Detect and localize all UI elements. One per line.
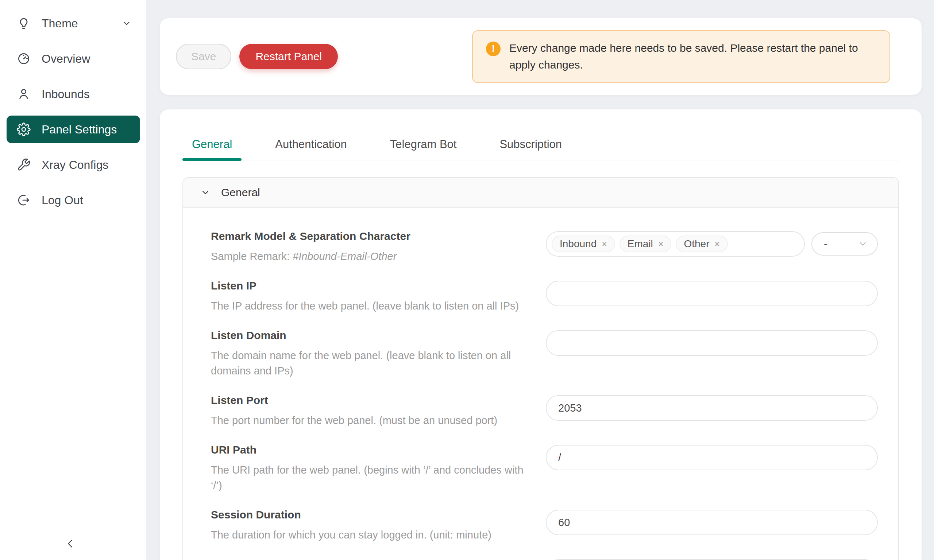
sample-remark-value: #Inbound-Email-Other (293, 251, 396, 262)
form-row-pagination-size: Pagination Size (211, 557, 878, 560)
field-text: Listen DomainThe domain name for the web… (211, 328, 546, 378)
form-row-listen-domain: Listen DomainThe domain name for the web… (211, 328, 878, 378)
tag-email: Email× (620, 235, 672, 252)
tab-bar: GeneralAuthenticationTelegram BotSubscri… (182, 135, 899, 160)
separator-select-value: - (824, 238, 828, 250)
logout-icon (17, 193, 31, 207)
tag-remove-icon[interactable]: × (658, 240, 664, 249)
restart-panel-button[interactable]: Restart Panel (239, 44, 338, 69)
warning-alert: ! Every change made here needs to be sav… (472, 30, 890, 83)
tag-remove-icon[interactable]: × (602, 240, 607, 249)
actions-card: Save Restart Panel ! Every change made h… (160, 18, 922, 95)
tab-general[interactable]: General (182, 135, 242, 160)
field-text: URI PathThe URI path for the web panel. … (211, 443, 546, 493)
field-label: Listen Domain (211, 328, 531, 343)
sidebar-item-label: Log Out (42, 194, 83, 207)
tag-label: Email (627, 238, 653, 250)
tag-label: Inbound (559, 238, 596, 250)
form-row-listen-ip: Listen IPThe IP address for the web pane… (211, 278, 878, 314)
gear-icon (17, 123, 31, 136)
sidebar-item-label: Theme (42, 17, 78, 30)
chevron-down-icon (121, 18, 132, 29)
field-description: The domain name for the web panel. (leav… (211, 348, 531, 378)
sidebar-item-inbounds[interactable]: Inbounds (6, 80, 140, 108)
chevron-down-icon (121, 18, 132, 29)
chevron-down-icon (857, 238, 868, 249)
general-collapse-panel: General Remark Model & Separation Charac… (182, 177, 899, 560)
field-description: The duration for which you can stay logg… (211, 527, 492, 543)
field-control: Inbound×Email×Other×- (546, 231, 878, 264)
section-title: General (221, 186, 260, 199)
sidebar-item-log-out[interactable]: Log Out (6, 186, 140, 214)
listen-ip-input[interactable] (546, 281, 878, 306)
listen-port-input[interactable] (546, 395, 878, 421)
tag-other: Other× (676, 235, 728, 252)
lightbulb-icon (17, 16, 31, 30)
field-label: Remark Model & Separation Character (211, 229, 410, 243)
dashboard-icon (17, 52, 31, 66)
tag-label: Other (684, 238, 709, 250)
remark-model-tags-input[interactable]: Inbound×Email×Other× (546, 231, 805, 257)
tag-inbound: Inbound× (552, 235, 615, 252)
tag-remove-icon[interactable]: × (714, 240, 720, 249)
sidebar-item-label: Xray Configs (42, 158, 108, 172)
sidebar-item-xray-configs[interactable]: Xray Configs (6, 151, 140, 178)
sidebar-collapse-button[interactable] (61, 534, 80, 553)
sidebar-item-label: Inbounds (42, 88, 90, 101)
chevron-down-icon (200, 187, 211, 198)
field-text: Listen IPThe IP address for the web pane… (211, 278, 533, 314)
warning-alert-text: Every change made here needs to be saved… (509, 40, 876, 74)
tab-telegram-bot[interactable]: Telegram Bot (381, 135, 466, 160)
sidebar-item-theme[interactable]: Theme (6, 9, 140, 37)
field-text: Listen PortThe port number for the web p… (211, 393, 512, 428)
save-button[interactable]: Save (176, 44, 231, 69)
field-label: Session Duration (211, 508, 492, 522)
separator-select[interactable]: - (811, 232, 878, 255)
uri-path-input[interactable] (546, 445, 878, 470)
form-row-listen-port: Listen PortThe port number for the web p… (211, 393, 878, 428)
general-collapse-header[interactable]: General (183, 178, 898, 208)
sidebar-nav: ThemeOverviewInboundsPanel SettingsXray … (0, 0, 146, 214)
session-duration-input[interactable] (546, 510, 878, 535)
sidebar-item-panel-settings[interactable]: Panel Settings (6, 115, 140, 143)
settings-card: GeneralAuthenticationTelegram BotSubscri… (160, 109, 922, 560)
form-row-remark-model-separation-character: Remark Model & Separation CharacterSampl… (211, 229, 878, 264)
field-control (546, 445, 878, 493)
tab-authentication[interactable]: Authentication (266, 135, 356, 160)
field-text: Pagination Size (211, 557, 307, 560)
field-control (546, 510, 878, 543)
settings-form: Remark Model & Separation CharacterSampl… (183, 208, 898, 560)
wrench-icon (17, 158, 31, 172)
chevron-down-icon (200, 187, 211, 198)
main-content: Save Restart Panel ! Every change made h… (146, 0, 934, 560)
sidebar: ThemeOverviewInboundsPanel SettingsXray … (0, 0, 146, 560)
field-text: Remark Model & Separation CharacterSampl… (211, 229, 425, 264)
field-label: Listen IP (211, 278, 519, 293)
field-label: URI Path (211, 443, 531, 457)
field-label: Pagination Size (211, 557, 292, 560)
field-control (546, 395, 878, 428)
form-row-session-duration: Session DurationThe duration for which y… (211, 508, 878, 543)
field-description: The IP address for the web panel. (leave… (211, 298, 519, 314)
field-description: The port number for the web panel. (must… (211, 413, 497, 428)
sidebar-item-label: Overview (42, 52, 90, 66)
sidebar-item-label: Panel Settings (42, 123, 117, 136)
sidebar-item-overview[interactable]: Overview (6, 45, 140, 72)
user-icon (17, 87, 31, 101)
chevron-left-icon (64, 537, 77, 550)
field-label: Listen Port (211, 393, 497, 408)
field-control (546, 330, 878, 378)
field-control (546, 281, 878, 314)
field-text: Session DurationThe duration for which y… (211, 508, 506, 543)
warning-icon: ! (486, 42, 501, 56)
field-description: Sample Remark: #Inbound-Email-Other (211, 249, 410, 264)
listen-domain-input[interactable] (546, 330, 878, 356)
field-description: The URI path for the web panel. (begins … (211, 462, 531, 493)
form-row-uri-path: URI PathThe URI path for the web panel. … (211, 443, 878, 493)
tab-subscription[interactable]: Subscription (490, 135, 571, 160)
